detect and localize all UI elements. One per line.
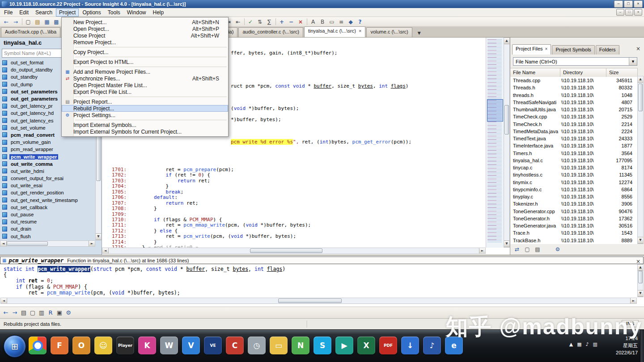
- save-all-icon[interactable]: ▩: [52, 18, 61, 26]
- tray-display-icon[interactable]: ▦: [577, 341, 581, 347]
- window-close-button[interactable]: ×: [634, 0, 643, 8]
- menu-item-import-external-symbols[interactable]: Import External Symbols...: [62, 122, 228, 128]
- editor-hscrollbar[interactable]: [102, 248, 486, 254]
- taskbar-vscode[interactable]: V: [182, 337, 200, 354]
- open-file-icon[interactable]: ▤: [33, 18, 42, 26]
- file-row[interactable]: Tokenizer.h\\10.19.118.10\3906: [510, 200, 638, 207]
- menu-item-export-project-to-html[interactable]: Export Project to HTML...: [62, 59, 228, 65]
- tab-tinyalsa-hal-c-src[interactable]: tinyalsa_hal.c (\...\src)×: [304, 26, 365, 37]
- nav-back-icon[interactable]: ←: [2, 18, 11, 26]
- context-code[interactable]: static int pcm_write_wrapper(struct pcm …: [4, 266, 285, 296]
- menu-item-add-and-remove-project-files[interactable]: ▦Add and Remove Project Files...: [62, 68, 228, 75]
- taskbar-app-pink[interactable]: K: [138, 337, 156, 354]
- document-icon[interactable]: ▢: [30, 310, 36, 316]
- file-row[interactable]: ThreadSafeNavigati\\10.19.118.10\4807: [510, 99, 638, 106]
- relation-window-icon[interactable]: R: [47, 310, 54, 316]
- file-row[interactable]: TimedText.java\\10.19.118.10\24333: [510, 135, 638, 142]
- taskbar-app-orange[interactable]: O: [72, 337, 90, 354]
- symbol-item[interactable]: pcm_volume_gain: [0, 139, 95, 146]
- menu-item-synchronize-files[interactable]: ⇄Synchronize Files...Alt+Shift+S: [62, 75, 228, 82]
- file-row[interactable]: Trace.h\\10.19.118.10\1543: [510, 229, 638, 236]
- symbol-item[interactable]: out_write_hdmi: [0, 168, 95, 175]
- close-file-icon[interactable]: ×: [296, 18, 305, 26]
- statistics-icon[interactable]: ∑: [265, 18, 274, 26]
- menu-project[interactable]: Project: [56, 8, 79, 17]
- symbol-item[interactable]: out_set_callback: [0, 204, 95, 211]
- taskbar-chrome[interactable]: [29, 337, 47, 354]
- show-desktop-button[interactable]: [640, 330, 644, 362]
- menu-item-remove-project[interactable]: Remove Project...: [62, 39, 228, 46]
- file-row[interactable]: tinyalsa_hal.c\\10.19.118.10\177095: [510, 157, 638, 164]
- save-icon[interactable]: ▦: [42, 18, 51, 26]
- tab-list-dropdown-icon[interactable]: ▼: [416, 31, 423, 37]
- tray-volume-icon[interactable]: ♪: [586, 341, 589, 347]
- file-icon[interactable]: ▣: [56, 310, 63, 316]
- file-list-icon[interactable]: ▤: [534, 246, 541, 253]
- context-hscrollbar[interactable]: [0, 298, 637, 304]
- taskbar-folder[interactable]: ▭: [270, 337, 288, 354]
- menu-options[interactable]: Options: [79, 8, 104, 17]
- panel-tab-project-files[interactable]: Project Files×: [512, 44, 551, 55]
- taskbar-smiley-app[interactable]: ☺: [94, 337, 112, 354]
- panel-tab-close-icon[interactable]: ×: [545, 46, 548, 51]
- taskbar-notepadpp[interactable]: N: [292, 337, 309, 354]
- file-row[interactable]: TimedMetaData.java\\10.19.118.10\2224: [510, 128, 638, 135]
- column-header-size[interactable]: Size: [606, 68, 638, 77]
- file-row[interactable]: Threads.h\\10.19.118.10\80332: [510, 84, 638, 91]
- file-row[interactable]: Threads.cpp\\10.19.118.10\345911: [510, 77, 638, 84]
- menu-item-rebuild-project[interactable]: Rebuild Project...: [62, 105, 228, 112]
- context-scrollbar[interactable]: [637, 264, 644, 297]
- file-table-scrollbar[interactable]: [637, 76, 644, 244]
- menu-item-new-project[interactable]: New Project...Alt+Shift+N: [62, 19, 228, 25]
- mdi-minimize-button[interactable]: –: [616, 9, 624, 16]
- menu-edit[interactable]: Edit: [16, 8, 32, 17]
- panel-tab-project-symbols[interactable]: Project Symbols: [552, 45, 594, 55]
- taskbar-media-player[interactable]: Player: [116, 337, 134, 354]
- file-row[interactable]: tinypcminfo.c\\10.19.118.10\6864: [510, 186, 638, 193]
- combo-dropdown-icon[interactable]: [629, 58, 637, 65]
- taskbar-clock-app[interactable]: ◷: [248, 337, 266, 354]
- tab-audio-controller-c-src[interactable]: audio_controller.c (\...\src): [238, 27, 303, 37]
- file-row[interactable]: tinymix.c\\10.19.118.10\12274: [510, 179, 638, 186]
- menu-item-close-project[interactable]: Close ProjectAlt+Shift+W: [62, 32, 228, 39]
- zoom-out-icon[interactable]: −: [287, 18, 296, 26]
- nav-back-icon[interactable]: ←: [3, 310, 9, 316]
- taskbar-audio-app[interactable]: ♪: [423, 337, 441, 354]
- taskbar-ie[interactable]: e: [445, 337, 463, 354]
- file-row[interactable]: tinyhostless.c\\10.19.118.10\11345: [510, 171, 638, 178]
- code-minimap[interactable]: [486, 38, 504, 248]
- menu-file[interactable]: File: [1, 8, 16, 17]
- column-header-directory[interactable]: Directory: [560, 68, 606, 77]
- settings-icon[interactable]: ⚙: [555, 246, 561, 253]
- mdi-restore-button[interactable]: □: [625, 9, 633, 16]
- check-symbols-icon[interactable]: ✓: [246, 18, 255, 26]
- taskbar-firefox[interactable]: F: [51, 337, 68, 354]
- menu-item-open-project-master-file-list[interactable]: Open Project Master File List...: [62, 82, 228, 88]
- symbol-item[interactable]: pcm_read_wrapper: [0, 146, 95, 153]
- column-header-file-name[interactable]: File Name: [510, 68, 560, 77]
- nav-forward-icon[interactable]: →: [11, 18, 20, 26]
- sync-files-icon[interactable]: ⇄: [514, 246, 520, 253]
- editor-scrollbar[interactable]: [504, 38, 510, 248]
- context-close-icon[interactable]: ×: [636, 258, 640, 265]
- menu-item-copy-project[interactable]: Copy Project...: [62, 49, 228, 55]
- menu-item-open-project[interactable]: Open Project...Alt+Shift+P: [62, 25, 228, 32]
- symbol-item[interactable]: out_write_comma: [0, 160, 95, 168]
- menu-item-import-external-symbols-for-current-project[interactable]: Import External Symbols for Current Proj…: [62, 128, 228, 135]
- symbol-list-hscrollbar[interactable]: [0, 240, 95, 247]
- taskbar-clock[interactable]: 17:24 星期五 2022/6/17: [616, 335, 638, 356]
- tray-network-icon[interactable]: ▥: [593, 341, 597, 347]
- taskbar-excel[interactable]: X: [357, 337, 375, 354]
- menu-search[interactable]: Search: [32, 8, 55, 17]
- file-row[interactable]: tinyplay.c\\10.19.118.10\8556: [510, 193, 638, 200]
- file-row[interactable]: ToneGenerator.java\\10.19.118.10\30516: [510, 222, 638, 229]
- menu-window[interactable]: Window: [124, 8, 149, 17]
- symbol-item[interactable]: out_pause: [0, 211, 95, 218]
- tray-expand-icon[interactable]: ▲: [569, 341, 573, 347]
- project-files-icon[interactable]: ▤: [21, 310, 27, 316]
- tab-audiotrack-cpp-liba[interactable]: AudioTrack.cpp (\...\liba: [1, 27, 60, 37]
- taskbar-app-blue-arrow[interactable]: ↓: [401, 337, 419, 354]
- taskbar-ve-app[interactable]: VE: [204, 337, 222, 354]
- file-row[interactable]: ToneGenerator.h\\10.19.118.10\17362: [510, 215, 638, 222]
- settings-icon[interactable]: ⚙: [65, 310, 72, 316]
